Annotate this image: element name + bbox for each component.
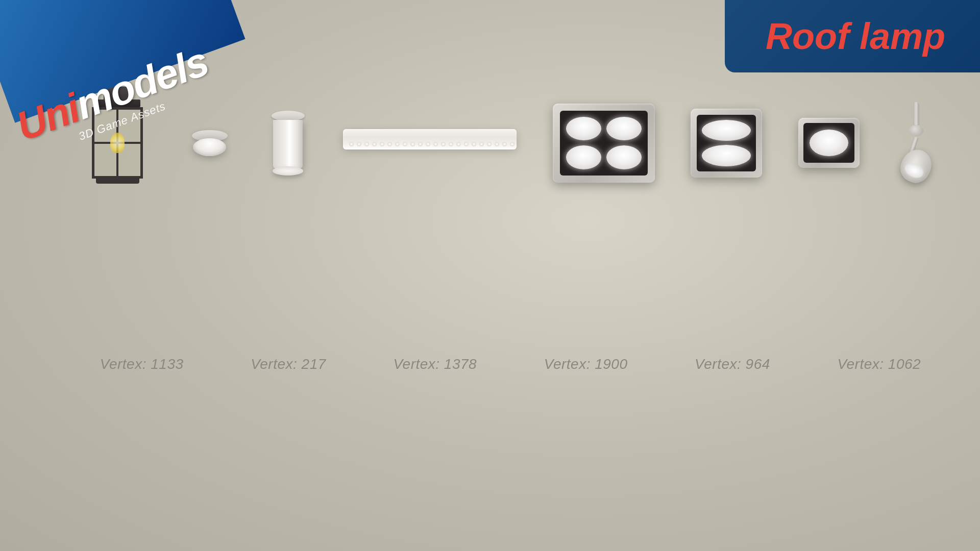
vertex-label-5: Vertex: 964 [695, 356, 770, 372]
lamp-visual-panel1 [798, 118, 860, 168]
vertex-label-4: Vertex: 1900 [544, 356, 628, 372]
lamp-item-spot [896, 102, 937, 184]
page-title: Roof lamp [766, 15, 949, 57]
lamp-item-panel4 [553, 104, 655, 183]
lamp-visual-spot [896, 102, 937, 184]
vertex-label-3: Vertex: 1378 [393, 356, 477, 372]
lamp-item-panel1 [798, 118, 860, 168]
title-box: Roof lamp [725, 0, 980, 72]
vertex-labels-row: Vertex: 1133 Vertex: 217 Vertex: 1378 Ve… [66, 356, 954, 372]
lamp-item-cylinder [269, 111, 307, 176]
lamp-visual-bar [343, 129, 517, 157]
vertex-label-2: Vertex: 217 [251, 356, 326, 372]
lamp-item-panel2 [691, 109, 762, 178]
lamp-visual-panel4 [553, 104, 655, 183]
lamp-item-bar [343, 129, 517, 157]
lamp-visual-cylinder [269, 111, 307, 176]
vertex-label-1: Vertex: 1133 [100, 356, 184, 372]
lamp-visual-panel2 [691, 109, 762, 178]
vertex-label-6: Vertex: 1062 [837, 356, 921, 372]
